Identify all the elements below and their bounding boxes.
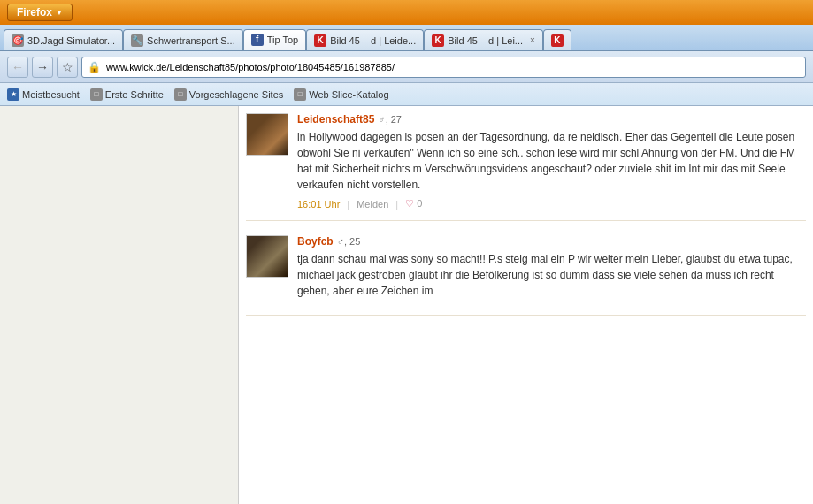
avatar-1 [246, 235, 288, 278]
tab-label-tab3: Tip Top [267, 34, 298, 45]
comment-text-1: tja dann schau mal was sony so macht!! P… [297, 251, 806, 299]
separator-1-0: | [347, 199, 349, 210]
tab-icon-tab4: K [314, 34, 326, 47]
tab-icon-tab6: K [551, 34, 564, 47]
comment-username-0[interactable]: Leidenschaft85 [297, 113, 374, 126]
comment-time-0: 16:01 Uhr [297, 199, 340, 210]
bookmark-icon-0: ★ [7, 88, 19, 101]
forward-button[interactable]: → [32, 57, 53, 78]
bookmark-3[interactable]: □Web Slice-Katalog [294, 88, 388, 101]
tab-close-tab5[interactable]: × [530, 35, 535, 45]
comment-report-0[interactable]: Melden [357, 199, 388, 210]
firefox-menu-arrow: ▼ [56, 9, 63, 17]
comment-username-1[interactable]: Boyfcb [297, 235, 334, 248]
address-text: www.kwick.de/Leidenschaft85/photos/photo… [106, 62, 800, 73]
tabbar: 🎯3D.Jagd.Simulator...🔧Schwertransport S.… [0, 25, 813, 51]
titlebar: Firefox ▼ [0, 0, 813, 25]
comment-header-1: Boyfcb♂, 25 [297, 235, 806, 248]
comment-body-0: Leidenschaft85♂, 27in Hollywood dagegen … [297, 113, 806, 210]
sidebar [0, 106, 239, 504]
tab-icon-tab3: f [251, 34, 264, 46]
page-content: Leidenschaft85♂, 27in Hollywood dagegen … [0, 106, 813, 504]
comment-footer-0: 16:01 Uhr|Melden|♡ 0 [297, 198, 806, 210]
comment-likes-0[interactable]: ♡ 0 [405, 198, 422, 210]
firefox-label: Firefox [17, 6, 52, 19]
heart-icon: ♡ [405, 198, 414, 209]
tab-icon-tab2: 🔧 [131, 34, 143, 47]
tab-tab4[interactable]: KBild 45 – d | Leide... [306, 29, 424, 50]
back-icon: ← [12, 60, 24, 74]
tab-label-tab4: Bild 45 – d | Leide... [330, 35, 416, 46]
bookmark-label-0: Meistbesucht [22, 89, 80, 100]
comment-header-0: Leidenschaft85♂, 27 [297, 113, 806, 126]
tab-tab2[interactable]: 🔧Schwertransport S... [123, 29, 243, 50]
tab-icon-tab5: K [432, 34, 444, 47]
bookmark-0[interactable]: ★Meistbesucht [7, 88, 80, 101]
bookmark-label-2: Vorgeschlagene Sites [189, 89, 283, 100]
tab-label-tab5: Bild 45 – d | Lei... [448, 35, 523, 46]
tab-tab3[interactable]: fTip Top [243, 29, 306, 50]
main-content: Leidenschaft85♂, 27in Hollywood dagegen … [239, 106, 813, 504]
bookmark-button[interactable]: ☆ [57, 57, 78, 78]
navbar: ← → ☆ 🔒 www.kwick.de/Leidenschaft85/phot… [0, 51, 813, 83]
separator-2-0: | [395, 199, 398, 210]
bookmarks-bar: ★Meistbesucht□Erste Schritte□Vorgeschlag… [0, 83, 813, 106]
bookmark-1[interactable]: □Erste Schritte [90, 88, 164, 101]
comment-meta-1: ♂, 25 [337, 236, 361, 247]
forward-icon: → [36, 60, 49, 74]
tab-label-tab2: Schwertransport S... [147, 35, 235, 46]
address-bar[interactable]: 🔒 www.kwick.de/Leidenschaft85/photos/pho… [81, 57, 806, 78]
back-button[interactable]: ← [7, 57, 28, 78]
bookmark-label-1: Erste Schritte [105, 89, 164, 100]
firefox-menu-button[interactable]: Firefox ▼ [7, 4, 73, 21]
bookmark-icon-1: □ [90, 88, 103, 101]
avatar-0 [246, 113, 288, 156]
tab-tab1[interactable]: 🎯3D.Jagd.Simulator... [4, 29, 123, 50]
comment-0: Leidenschaft85♂, 27in Hollywood dagegen … [246, 113, 806, 221]
tab-icon-tab1: 🎯 [12, 34, 24, 47]
comment-body-1: Boyfcb♂, 25tja dann schau mal was sony s… [297, 235, 806, 304]
comment-meta-0: ♂, 27 [378, 114, 402, 125]
bookmark-icon-3: □ [294, 88, 306, 101]
bookmark-icon-2: □ [174, 88, 187, 101]
bookmark-star-icon: ☆ [62, 60, 73, 74]
lock-icon: 🔒 [88, 61, 101, 73]
comment-text-0: in Hollywood dagegen is posen an der Tag… [297, 129, 806, 193]
bookmark-2[interactable]: □Vorgeschlagene Sites [174, 88, 283, 101]
bookmark-label-3: Web Slice-Katalog [309, 89, 388, 100]
tab-tab5[interactable]: KBild 45 – d | Lei...× [424, 29, 543, 50]
comment-1: Boyfcb♂, 25tja dann schau mal was sony s… [246, 235, 806, 316]
tab-label-tab1: 3D.Jagd.Simulator... [27, 35, 115, 46]
tab-tab6[interactable]: K [543, 29, 571, 50]
